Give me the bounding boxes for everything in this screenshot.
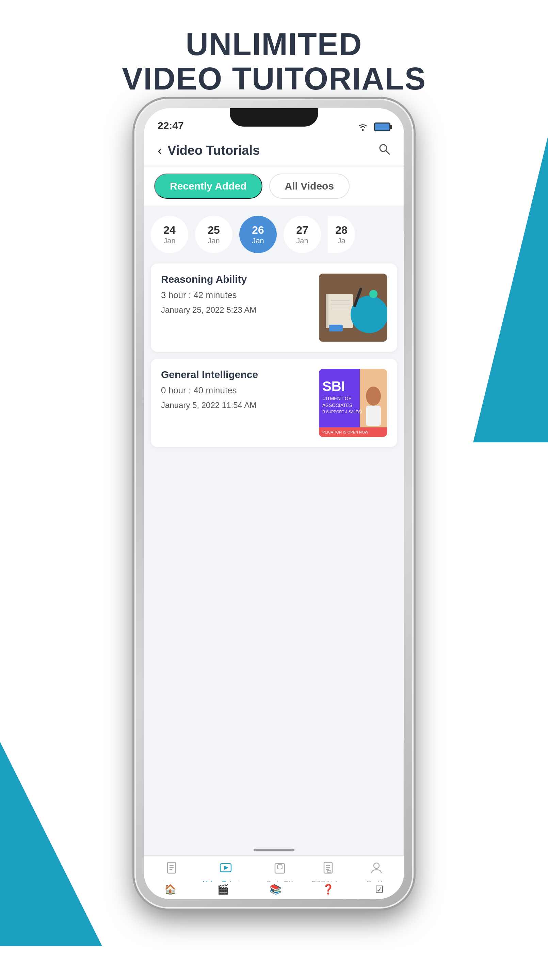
svg-line-2 (386, 151, 389, 154)
svg-rect-34 (327, 870, 331, 872)
back-button[interactable]: ‹ (158, 143, 162, 158)
books-icon[interactable]: 📚 (269, 884, 282, 895)
phone-notch (230, 108, 318, 127)
headline-line2: VIDEO TUITORIALS (122, 61, 426, 96)
help-icon[interactable]: ❓ (322, 884, 334, 895)
card-date-2: January 5, 2022 11:54 AM (161, 401, 312, 410)
date-24[interactable]: 24 Jan (151, 216, 188, 253)
profile-icon (370, 861, 383, 878)
date-mon-25: Jan (208, 237, 220, 245)
date-25[interactable]: 25 Jan (195, 216, 233, 253)
card-title-1: Reasoning Ability (161, 274, 312, 285)
svg-text:PLICATION IS OPEN NOW: PLICATION IS OPEN NOW (322, 430, 368, 434)
video-card-2[interactable]: General Intelligence 0 hour : 40 minutes… (151, 359, 397, 447)
phone-frame: 22:47 ‹ Video Tutorials (134, 99, 414, 908)
date-num-24: 24 (163, 224, 176, 237)
tab-recently-added[interactable]: Recently Added (154, 173, 263, 199)
svg-point-0 (362, 129, 364, 131)
svg-point-35 (374, 863, 379, 869)
scroll-indicator (253, 849, 295, 851)
date-mon-28: Ja (337, 237, 345, 245)
date-num-28: 28 (335, 224, 347, 237)
camera-icon[interactable]: 🎬 (217, 884, 229, 895)
card-date-1: January 25, 2022 5:23 AM (161, 305, 312, 315)
home-icon[interactable]: 🏠 (164, 884, 176, 895)
card-thumbnail-2: SBI UITMENT OF ASSOCIATES R SUPPORT & SA… (319, 369, 387, 437)
tab-bar: Recently Added All Videos (144, 167, 404, 205)
svg-rect-11 (329, 325, 343, 331)
date-num-26: 26 (252, 224, 264, 237)
date-26[interactable]: 26 Jan (239, 216, 277, 253)
card-title-2: General Intelligence (161, 369, 312, 380)
card-duration-2: 0 hour : 40 minutes (161, 385, 312, 396)
card-info-2: General Intelligence 0 hour : 40 minutes… (161, 369, 312, 437)
page-headline: UNLIMITED VIDEO TUITORIALS (0, 27, 548, 96)
card-duration-1: 3 hour : 42 minutes (161, 290, 312, 301)
svg-rect-16 (366, 406, 381, 426)
svg-text:ASSOCIATES: ASSOCIATES (322, 402, 352, 408)
svg-point-12 (369, 290, 378, 298)
svg-text:R SUPPORT & SALES): R SUPPORT & SALES) (322, 410, 362, 414)
svg-point-15 (366, 387, 381, 406)
date-selector: 24 Jan 25 Jan 26 Jan 27 Jan 28 Ja (144, 208, 404, 261)
svg-rect-5 (326, 294, 328, 328)
checklist-icon[interactable]: ☑ (375, 884, 384, 895)
thumb-2-svg: SBI UITMENT OF ASSOCIATES R SUPPORT & SA… (319, 369, 387, 437)
app-header: ‹ Video Tutorials (144, 135, 404, 165)
date-28[interactable]: 28 Ja (328, 216, 355, 253)
bg-decoration-right (473, 136, 548, 442)
video-card-1[interactable]: Reasoning Ability 3 hour : 42 minutes Ja… (151, 263, 397, 352)
app-title: Video Tutorials (167, 143, 378, 158)
date-27[interactable]: 27 Jan (284, 216, 321, 253)
phone-screen: 22:47 ‹ Video Tutorials (144, 108, 404, 899)
home-bar: 🏠 🎬 📚 ❓ ☑ (144, 882, 404, 899)
daily-gk-icon (273, 861, 287, 878)
date-mon-24: Jan (163, 237, 175, 245)
date-num-25: 25 (208, 224, 220, 237)
svg-rect-29 (275, 864, 285, 873)
svg-text:SBI: SBI (322, 379, 345, 394)
date-mon-27: Jan (296, 237, 308, 245)
date-num-27: 27 (296, 224, 308, 237)
tab-all-videos[interactable]: All Videos (269, 173, 350, 199)
card-thumbnail-1 (319, 274, 387, 342)
wifi-icon (357, 123, 369, 131)
svg-rect-4 (326, 294, 353, 328)
battery-icon (374, 123, 390, 131)
search-button[interactable] (378, 143, 390, 158)
pdf-notes-icon (321, 861, 335, 878)
bg-decoration-left (0, 742, 102, 946)
phone-wrapper: 22:47 ‹ Video Tutorials (134, 99, 414, 908)
video-cards-area: Reasoning Ability 3 hour : 42 minutes Ja… (144, 258, 404, 855)
thumb-1-svg (319, 274, 387, 342)
svg-marker-28 (224, 865, 228, 870)
card-info-1: Reasoning Ability 3 hour : 42 minutes Ja… (161, 274, 312, 342)
status-icons (357, 123, 390, 131)
headline-line1: UNLIMITED (186, 27, 363, 62)
date-mon-26: Jan (252, 237, 264, 245)
assignment-icon (165, 861, 178, 878)
video-tutorials-icon (219, 861, 233, 878)
svg-text:UITMENT OF: UITMENT OF (322, 396, 351, 401)
